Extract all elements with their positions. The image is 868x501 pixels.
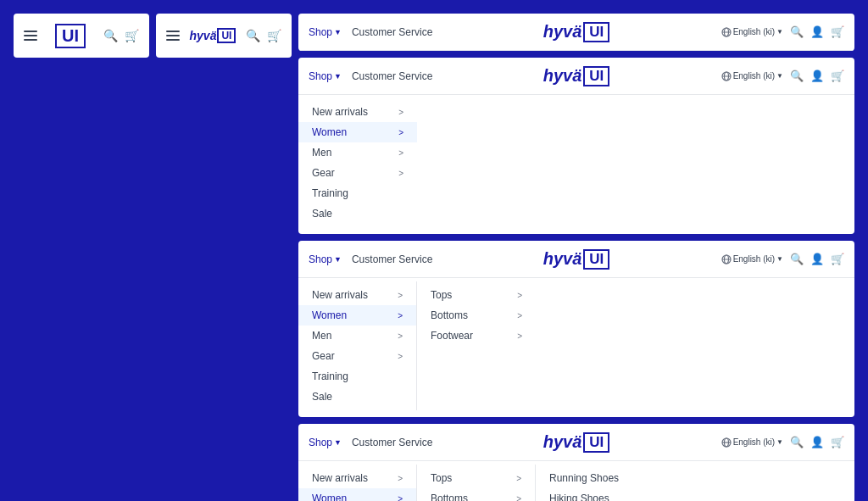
menu-women-p5[interactable]: Women> bbox=[298, 305, 416, 326]
customer-service-link-p5[interactable]: Customer Service bbox=[352, 253, 432, 265]
lang-selector-p4[interactable]: English (ki) ▼ bbox=[721, 71, 783, 81]
shop-chevron-p5: ▼ bbox=[334, 255, 342, 264]
cart-icon-p5[interactable]: 🛒 bbox=[831, 253, 844, 265]
user-icon-p5[interactable]: 👤 bbox=[810, 253, 824, 265]
ui-logo-1: UI bbox=[55, 24, 86, 48]
lang-selector-p6[interactable]: English (ki) ▼ bbox=[721, 437, 783, 448]
user-icon-p3[interactable]: 👤 bbox=[810, 25, 824, 38]
customer-service-link-p6[interactable]: Customer Service bbox=[352, 437, 432, 448]
hyva-logo-p3: hyvä UI bbox=[543, 22, 610, 42]
lang-selector-p3[interactable]: English (ki) ▼ bbox=[721, 27, 783, 37]
panel-dropdown-l2: Shop ▼ Customer Service hyvä UI bbox=[298, 241, 854, 417]
customer-service-link-p3[interactable]: Customer Service bbox=[352, 26, 432, 38]
menu-hiking-shoes-p6[interactable]: Hiking Shoes bbox=[536, 488, 654, 501]
menu-bottoms-p6[interactable]: Bottoms> bbox=[417, 488, 535, 501]
shop-link-p6[interactable]: Shop ▼ bbox=[309, 437, 342, 448]
menu-men-p4[interactable]: Men> bbox=[298, 142, 417, 163]
dropdown-col-1-p4: New arrivals> Women> Men> Gear> Training… bbox=[298, 98, 417, 227]
dropdown-col-3-p6: Running Shoes Hiking Shoes Water Shoes S… bbox=[536, 465, 654, 501]
shop-link-p3[interactable]: Shop ▼ bbox=[309, 26, 342, 38]
shop-chevron-p3: ▼ bbox=[334, 28, 342, 36]
menu-tops-p6[interactable]: Tops> bbox=[417, 468, 535, 488]
menu-sale-p4[interactable]: Sale bbox=[298, 203, 417, 224]
search-icon-p5[interactable]: 🔍 bbox=[790, 253, 804, 265]
hamburger-icon-2[interactable] bbox=[166, 31, 180, 41]
hyva-logo-p4: hyvä UI bbox=[543, 66, 610, 86]
dropdown-col-1-p5: New arrivals> Women> Men> Gear> Training… bbox=[298, 281, 417, 410]
search-icon-p6[interactable]: 🔍 bbox=[790, 436, 804, 448]
search-icon-2[interactable]: 🔍 bbox=[246, 29, 260, 42]
dropdown-col-2-p5: Tops> Bottoms> Footwear> bbox=[417, 281, 536, 410]
panel-dropdown-l3: Shop ▼ Customer Service hyvä UI bbox=[298, 424, 854, 501]
cart-icon-1[interactable]: 🛒 bbox=[125, 29, 139, 42]
hamburger-icon-1[interactable] bbox=[24, 31, 37, 41]
dropdown-col-2-p6: Tops> Bottoms> Footwear> bbox=[417, 465, 536, 501]
panel-navbar-only: Shop ▼ Customer Service hyvä UI bbox=[298, 14, 854, 51]
hyva-logo-p6: hyvä UI bbox=[543, 432, 610, 453]
panel-small-2: hyvä UI 🔍 🛒 bbox=[156, 14, 292, 58]
menu-women-p4[interactable]: Women> bbox=[298, 122, 417, 142]
globe-icon-p5 bbox=[721, 254, 732, 264]
menu-training-p5[interactable]: Training bbox=[298, 366, 416, 387]
shop-link-p4[interactable]: Shop ▼ bbox=[309, 70, 342, 82]
lang-selector-p5[interactable]: English (ki) ▼ bbox=[721, 254, 783, 264]
shop-chevron-p4: ▼ bbox=[334, 72, 342, 81]
menu-sale-p5[interactable]: Sale bbox=[298, 387, 416, 407]
menu-footwear-p5[interactable]: Footwear> bbox=[417, 326, 536, 346]
menu-new-arrivals-p6[interactable]: New arrivals> bbox=[298, 468, 416, 488]
dropdown-col-1-p6: New arrivals> Women> Men> Gear> Training… bbox=[298, 465, 417, 501]
hyva-logo-p5: hyvä UI bbox=[543, 249, 610, 270]
globe-icon-p6 bbox=[721, 437, 732, 448]
panel-dropdown-l1: Shop ▼ Customer Service hyvä UI bbox=[298, 58, 854, 234]
menu-training-p4[interactable]: Training bbox=[298, 183, 417, 203]
panel-small-1: UI 🔍 🛒 bbox=[14, 14, 149, 58]
globe-icon-p3 bbox=[721, 27, 732, 37]
hyva-logo-2: hyvä UI bbox=[190, 28, 236, 43]
shop-chevron-p6: ▼ bbox=[334, 438, 342, 447]
menu-running-shoes-p6[interactable]: Running Shoes bbox=[536, 468, 654, 488]
user-icon-p6[interactable]: 👤 bbox=[810, 436, 824, 448]
menu-men-p5[interactable]: Men> bbox=[298, 326, 416, 346]
search-icon-p4[interactable]: 🔍 bbox=[790, 70, 804, 82]
customer-service-link-p4[interactable]: Customer Service bbox=[352, 70, 432, 82]
menu-new-arrivals-p4[interactable]: New arrivals> bbox=[298, 102, 417, 122]
user-icon-p4[interactable]: 👤 bbox=[810, 70, 824, 82]
cart-icon-p3[interactable]: 🛒 bbox=[831, 25, 844, 38]
menu-new-arrivals-p5[interactable]: New arrivals> bbox=[298, 285, 416, 305]
cart-icon-2[interactable]: 🛒 bbox=[267, 29, 281, 42]
menu-women-p6[interactable]: Women> bbox=[298, 488, 416, 501]
globe-icon-p4 bbox=[721, 71, 732, 81]
menu-gear-p4[interactable]: Gear> bbox=[298, 163, 417, 183]
menu-bottoms-p5[interactable]: Bottoms> bbox=[417, 305, 536, 326]
menu-tops-p5[interactable]: Tops> bbox=[417, 285, 536, 305]
cart-icon-p6[interactable]: 🛒 bbox=[831, 436, 844, 448]
shop-link-p5[interactable]: Shop ▼ bbox=[309, 253, 342, 265]
search-icon-1[interactable]: 🔍 bbox=[103, 29, 118, 42]
cart-icon-p4[interactable]: 🛒 bbox=[831, 70, 844, 82]
menu-gear-p5[interactable]: Gear> bbox=[298, 346, 416, 366]
search-icon-p3[interactable]: 🔍 bbox=[790, 25, 804, 38]
